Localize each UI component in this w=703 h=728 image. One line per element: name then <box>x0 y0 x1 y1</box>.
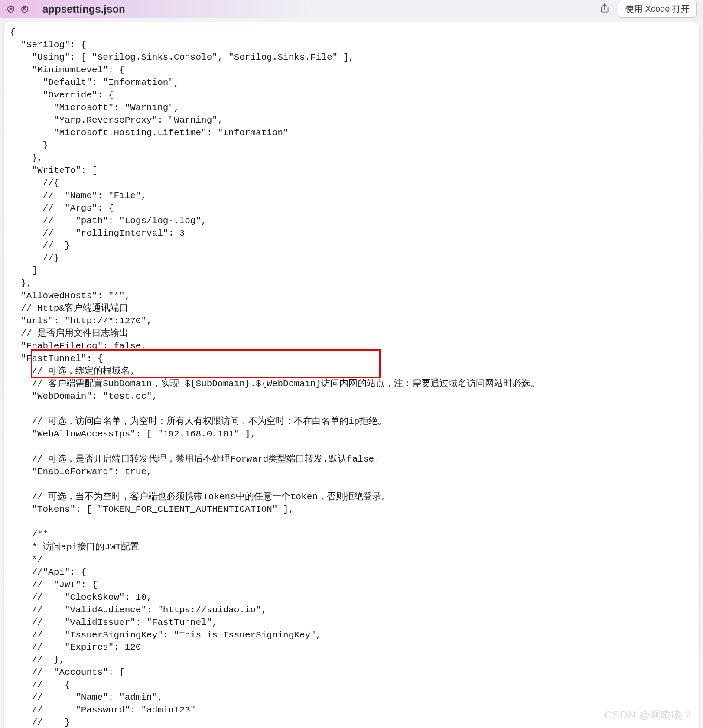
titlebar: appsettings.json 使用 Xcode 打开 <box>0 0 703 18</box>
quicklook-window: appsettings.json 使用 Xcode 打开 { "Serilog"… <box>0 0 703 728</box>
highlight-box <box>31 349 381 378</box>
close-icon[interactable] <box>6 4 16 14</box>
titlebar-right: 使用 Xcode 打开 <box>599 0 697 18</box>
file-title: appsettings.json <box>42 3 125 15</box>
watermark-text: CSDN @啊嘞嘞？ <box>605 708 693 722</box>
zoom-icon[interactable] <box>20 4 29 14</box>
svg-line-4 <box>23 8 26 10</box>
open-with-button[interactable]: 使用 Xcode 打开 <box>618 0 697 18</box>
content-area-wrap: { "Serilog": { "Using": [ "Serilog.Sinks… <box>0 18 703 728</box>
titlebar-left: appsettings.json <box>6 3 125 15</box>
code-view: { "Serilog": { "Using": [ "Serilog.Sinks… <box>3 22 700 728</box>
share-icon[interactable] <box>599 3 610 16</box>
